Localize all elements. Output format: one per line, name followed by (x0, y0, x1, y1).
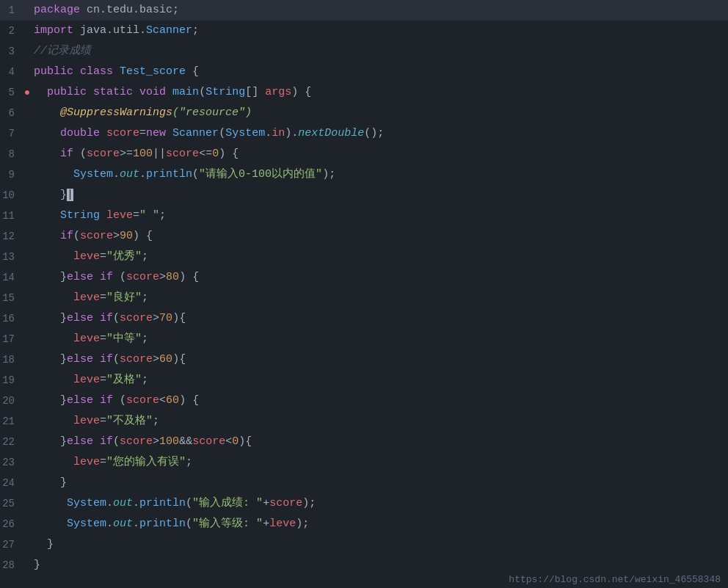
line-number: 8 (0, 148, 23, 160)
token-str: "输入成绩: " (192, 497, 263, 509)
token-var: score (192, 435, 225, 448)
code-content: package cn.tedu.basic; (31, 1, 728, 20)
line-number: 28 (0, 559, 23, 571)
token-kw: if (100, 312, 113, 324)
code-line: 25 System.out.println("输入成绩: "+score); (0, 493, 728, 514)
code-line: 16 }else if(score>70){ (0, 308, 728, 329)
token-fn: println (146, 168, 192, 181)
token-num: 100 (159, 435, 179, 448)
code-content: leve="您的输入有误"; (31, 453, 728, 472)
token-var: leve (73, 456, 100, 468)
code-line: 7 double score=new Scanner(System.in).ne… (0, 123, 728, 144)
token-plain: && (179, 435, 192, 448)
token-kw: else (67, 394, 93, 407)
token-plain: ; (142, 374, 148, 386)
line-number: 27 (0, 539, 23, 551)
token-cls: System (67, 518, 106, 530)
token-plain: ( (219, 127, 225, 139)
token-plain: . (133, 497, 139, 509)
token-plain: >= (120, 148, 133, 160)
token-var: leve (73, 291, 100, 304)
token-plain: ; (142, 250, 148, 263)
line-number: 20 (0, 395, 23, 407)
code-line: 15 leve="良好"; (0, 288, 728, 308)
token-plain: } (34, 538, 54, 551)
code-line: 26 System.out.println("输入等级: "+leve); (0, 514, 728, 534)
code-content: @SuppressWarnings("resource") (31, 104, 728, 123)
code-content: }else if(score>70){ (31, 309, 728, 328)
token-plain (93, 312, 100, 324)
line-number: 1 (0, 4, 23, 16)
token-plain: ( (73, 148, 87, 160)
code-content: public class Test_score { (31, 62, 728, 81)
token-plain: } (34, 189, 67, 201)
token-plain: <= (199, 148, 212, 160)
token-plain: } (34, 353, 67, 366)
token-plain: ); (322, 168, 335, 181)
token-ann-str: ("resource") (172, 106, 252, 119)
token-plain: ( (186, 497, 192, 509)
code-content: }| (31, 186, 728, 205)
token-str: "您的输入有误" (106, 456, 186, 468)
code-line: 5● public static void main(String[] args… (0, 82, 728, 103)
code-line: 18 }else if(score>60){ (0, 349, 728, 370)
token-plain (34, 518, 67, 530)
code-line: 19 leve="及格"; (0, 370, 728, 391)
line-number: 19 (0, 374, 23, 386)
code-line: 9 System.out.println("请输入0-100以内的值"); (0, 164, 728, 185)
token-kw: else (67, 435, 93, 448)
token-cls: String (60, 209, 100, 222)
code-content: double score=new Scanner(System.in).next… (31, 124, 728, 143)
token-plain (34, 415, 73, 427)
code-line: 24 } (0, 473, 728, 493)
token-plain (34, 291, 73, 304)
code-content: leve="良好"; (31, 288, 728, 308)
token-var: score (120, 435, 153, 448)
token-plain: = (100, 333, 106, 345)
token-plain (34, 168, 73, 181)
token-plain: . (133, 518, 139, 530)
token-plain: ); (296, 518, 309, 530)
token-plain: ; (142, 333, 148, 345)
token-plain (34, 230, 60, 242)
token-str: "请输入0-100以内的值" (199, 168, 322, 181)
code-content: leve="不及格"; (31, 412, 728, 431)
token-plain: ( (199, 86, 205, 98)
code-content: }else if(score>100&&score<0){ (31, 432, 728, 451)
token-plain (133, 86, 139, 98)
token-num: 90 (120, 230, 133, 242)
code-line: 10 }| (0, 185, 728, 206)
token-plain (113, 65, 120, 78)
line-number: 13 (0, 251, 23, 263)
token-plain: ){ (172, 353, 186, 366)
token-var: in (272, 127, 285, 139)
line-number: 16 (0, 313, 23, 324)
token-var: leve (73, 250, 100, 263)
code-line: 14 }else if (score>80) { (0, 267, 728, 288)
token-plain (93, 394, 100, 407)
token-var: score (106, 127, 139, 139)
code-line: 12 if(score>90) { (0, 226, 728, 247)
token-plain: ); (302, 497, 316, 509)
token-plain (34, 374, 73, 386)
token-plain: } (34, 435, 67, 448)
code-content: public static void main(String[] args) { (31, 83, 728, 102)
token-kw: if (100, 394, 113, 407)
token-plain (34, 333, 73, 345)
line-number: 9 (0, 169, 23, 181)
token-plain: ){ (172, 312, 186, 324)
token-var: leve (73, 333, 100, 345)
token-cls: Scanner (172, 127, 219, 139)
token-var: score (166, 148, 199, 160)
token-plain: } (34, 559, 40, 571)
token-plain (100, 127, 106, 139)
token-plain: < (159, 394, 166, 407)
token-kw: class (80, 65, 113, 78)
token-var: score (269, 497, 302, 509)
token-ann: @SuppressWarnings (60, 106, 172, 119)
code-content: //记录成绩 (31, 42, 728, 61)
line-number: 2 (0, 25, 23, 37)
token-num: 60 (166, 394, 179, 407)
token-str: "中等" (106, 333, 142, 345)
token-method: out (113, 518, 133, 530)
